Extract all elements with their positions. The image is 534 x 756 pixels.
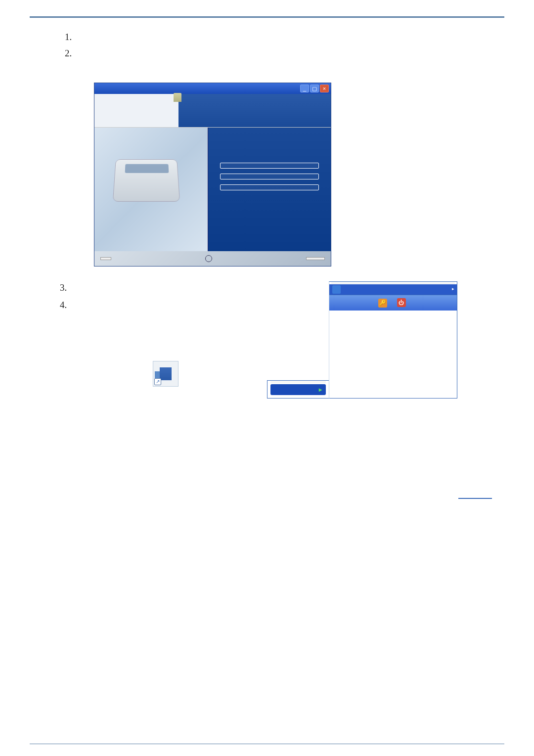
netcomm-v100-menu-item[interactable]: ▸ [329, 284, 457, 295]
desktop-shortcut-icon[interactable]: ↗ [153, 361, 178, 387]
autoplay-header [94, 94, 331, 128]
turnoff-button[interactable]: ⏻ [397, 298, 408, 307]
step-3 [69, 281, 257, 295]
install-acrobat-button[interactable] [100, 257, 111, 260]
close-icon[interactable]: × [320, 85, 329, 92]
menu-separator [331, 283, 455, 283]
step-1 [74, 31, 504, 44]
turnoff-icon: ⏻ [397, 298, 406, 307]
autoplay-footer [94, 251, 331, 266]
steps-list-a [74, 31, 504, 60]
thanks-message [260, 134, 279, 141]
start-menu-programs-pane: ▸ 🔑 ⏻ [329, 281, 457, 399]
building-icon [160, 367, 172, 380]
desktop-shortcut-block: ↗ [74, 361, 257, 403]
window-controls: _ ▢ × [300, 85, 329, 92]
exit-button[interactable] [306, 257, 325, 260]
review-manual-button[interactable] [220, 174, 319, 179]
netcomm-v100-submenu [458, 498, 492, 499]
maximize-icon[interactable]: ▢ [310, 85, 319, 92]
step-4 [69, 299, 257, 312]
autoplay-logo-side [94, 94, 178, 127]
header-bar [30, 12, 504, 18]
autoplay-banner [178, 94, 331, 127]
share-experience-tagline [203, 255, 214, 262]
logoff-icon: 🔑 [378, 299, 387, 308]
page-footer [30, 744, 504, 747]
submenu-arrow-icon: ▸ [452, 286, 454, 291]
autoplay-device-panel [94, 128, 208, 251]
install-utility-button[interactable] [220, 163, 319, 169]
start-menu: ▸ 🔑 ⏻ [267, 281, 457, 399]
autoplay-action-panel [208, 128, 331, 251]
autoplay-window: _ ▢ × [94, 83, 331, 267]
start-menu-left-pane [267, 380, 329, 399]
steps-b-column: ↗ [30, 281, 257, 404]
autoplay-titlebar: _ ▢ × [94, 83, 331, 94]
folder-icon [332, 285, 341, 294]
steps-list-b [69, 281, 257, 311]
all-programs-button[interactable] [270, 384, 326, 395]
step-2 [74, 47, 504, 60]
register-product-button[interactable] [220, 184, 319, 190]
steps-and-menu-row: ↗ [30, 281, 504, 404]
device-image [113, 159, 180, 202]
logoff-button[interactable]: 🔑 [378, 299, 389, 308]
pinned-separator [270, 382, 326, 382]
start-menu-bottom-bar: 🔑 ⏻ [329, 295, 457, 311]
shortcut-arrow-icon: ↗ [154, 378, 161, 385]
minimize-icon[interactable]: _ [300, 85, 309, 92]
autoplay-body [94, 128, 331, 251]
